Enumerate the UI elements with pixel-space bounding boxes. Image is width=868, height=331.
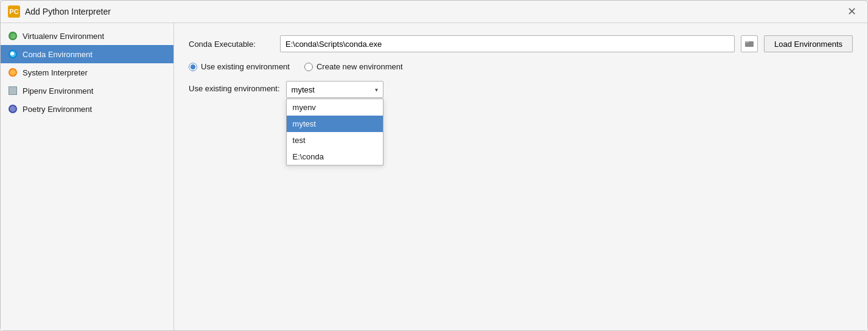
folder-icon	[745, 40, 754, 48]
environment-dropdown-wrapper: mytest ▾ myenv mytest test E:\conda	[286, 81, 383, 98]
radio-use-existing-input[interactable]	[189, 63, 197, 71]
dropdown-item-test[interactable]: test	[287, 132, 383, 148]
poetry-icon	[8, 104, 18, 114]
dropdown-item-econda[interactable]: E:\conda	[287, 148, 383, 165]
title-bar: PC Add Python Interpreter ✕	[1, 1, 867, 23]
pipenv-icon	[8, 86, 18, 96]
sidebar-item-label: Virtualenv Environment	[23, 32, 104, 41]
sidebar-item-conda[interactable]: Conda Environment	[1, 45, 173, 63]
use-existing-env-label: Use existing environment:	[189, 81, 280, 93]
radio-row: Use existing environment Create new envi…	[189, 62, 853, 71]
radio-create-new-input[interactable]	[304, 63, 313, 71]
radio-create-new[interactable]: Create new environment	[304, 62, 403, 71]
radio-use-existing[interactable]: Use existing environment	[189, 62, 290, 71]
sidebar-item-pipenv[interactable]: Pipenv Environment	[1, 82, 173, 100]
system-icon	[8, 68, 18, 77]
chevron-down-icon: ▾	[375, 86, 378, 93]
app-icon: PC	[8, 5, 20, 18]
close-button[interactable]: ✕	[844, 5, 860, 18]
dialog-body: Virtualenv Environment Conda Environment…	[1, 23, 867, 330]
sidebar-item-label: Poetry Environment	[23, 105, 92, 114]
sidebar-item-label: Pipenv Environment	[23, 86, 93, 96]
dialog-title: Add Python Interpreter	[25, 7, 111, 16]
sidebar-item-label: Conda Environment	[23, 50, 93, 59]
conda-executable-row: Conda Executable: Load Environments	[189, 35, 853, 52]
sidebar-item-poetry[interactable]: Poetry Environment	[1, 100, 173, 118]
main-content: Conda Executable: Load Environments Use …	[174, 23, 867, 330]
sidebar: Virtualenv Environment Conda Environment…	[1, 23, 174, 330]
virtualenv-icon	[8, 31, 18, 41]
add-python-interpreter-dialog: PC Add Python Interpreter ✕ Virtualenv E…	[0, 0, 868, 331]
dropdown-selected-value: mytest	[292, 85, 315, 94]
sidebar-item-system[interactable]: System Interpreter	[1, 63, 173, 82]
conda-icon	[8, 49, 18, 59]
load-environments-button[interactable]: Load Environments	[764, 35, 853, 52]
radio-create-new-label: Create new environment	[317, 62, 403, 71]
browse-button[interactable]	[741, 35, 758, 52]
conda-executable-input[interactable]	[280, 35, 735, 52]
sidebar-item-label: System Interpreter	[23, 68, 88, 77]
sidebar-item-virtualenv[interactable]: Virtualenv Environment	[1, 27, 173, 45]
environment-dropdown[interactable]: mytest ▾	[286, 81, 383, 98]
svg-rect-1	[745, 41, 749, 43]
dropdown-item-mytest[interactable]: mytest	[287, 116, 383, 132]
use-existing-env-row: Use existing environment: mytest ▾ myenv…	[189, 81, 853, 98]
conda-executable-label: Conda Executable:	[189, 40, 274, 49]
dropdown-item-myenv[interactable]: myenv	[287, 99, 383, 116]
radio-use-existing-label: Use existing environment	[201, 62, 290, 71]
dropdown-menu: myenv mytest test E:\conda	[286, 99, 383, 166]
